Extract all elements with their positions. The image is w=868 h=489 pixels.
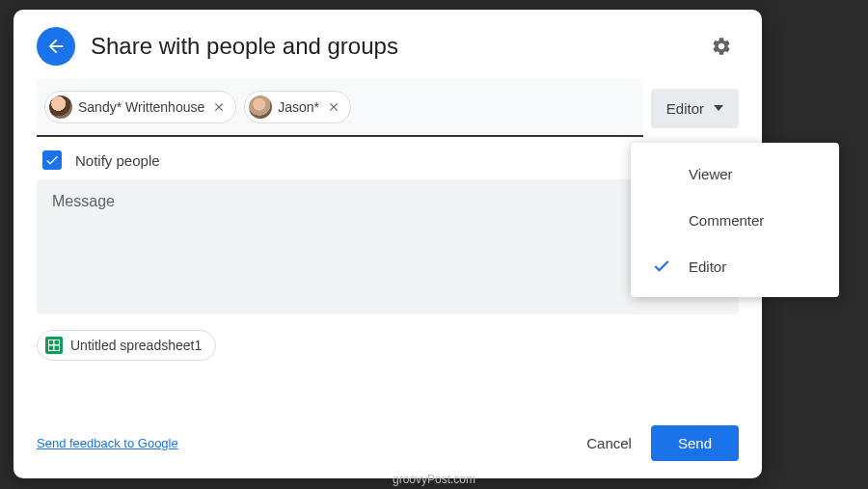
check-icon xyxy=(652,257,671,276)
attachment-chip[interactable]: Untitled spreadsheet1 xyxy=(37,330,216,361)
check-slot xyxy=(652,210,671,230)
remove-chip-button[interactable] xyxy=(210,98,228,116)
notify-label: Notify people xyxy=(75,152,160,169)
person-chip[interactable]: Jason* xyxy=(244,91,351,123)
arrow-left-icon xyxy=(45,36,67,57)
option-label: Viewer xyxy=(689,166,733,182)
person-chip[interactable]: Sandy* Writtenhouse xyxy=(44,91,236,123)
people-row: Sandy* Writtenhouse Jason* Editor xyxy=(14,79,762,137)
gear-icon xyxy=(711,36,732,57)
watermark: groovyPost.com xyxy=(393,473,475,486)
settings-button[interactable] xyxy=(704,29,739,64)
role-option-commenter[interactable]: Commenter xyxy=(631,197,839,243)
check-slot xyxy=(652,164,671,183)
close-icon xyxy=(327,100,340,114)
caret-down-icon xyxy=(714,103,723,113)
attachment-row: Untitled spreadsheet1 xyxy=(14,314,762,368)
cancel-button[interactable]: Cancel xyxy=(567,425,651,461)
sheets-icon xyxy=(45,337,63,354)
remove-chip-button[interactable] xyxy=(325,98,342,116)
close-icon xyxy=(212,100,226,114)
people-input[interactable]: Sandy* Writtenhouse Jason* xyxy=(37,79,643,137)
chip-name: Jason* xyxy=(278,99,319,115)
feedback-link[interactable]: Send feedback to Google xyxy=(37,436,178,450)
role-option-viewer[interactable]: Viewer xyxy=(631,150,839,197)
role-dropdown-menu: Viewer Commenter Editor xyxy=(631,143,839,297)
chip-name: Sandy* Writtenhouse xyxy=(78,99,204,115)
role-label: Editor xyxy=(666,100,704,117)
option-label: Editor xyxy=(689,258,726,275)
check-slot xyxy=(652,257,671,276)
dialog-header: Share with people and groups xyxy=(14,10,762,79)
role-option-editor[interactable]: Editor xyxy=(631,243,839,289)
avatar-icon xyxy=(49,95,72,119)
back-button[interactable] xyxy=(37,27,75,66)
check-icon xyxy=(44,152,60,168)
dialog-title: Share with people and groups xyxy=(91,33,704,60)
role-dropdown-button[interactable]: Editor xyxy=(651,89,739,128)
attachment-name: Untitled spreadsheet1 xyxy=(70,338,202,353)
avatar-icon xyxy=(249,95,272,119)
notify-checkbox[interactable] xyxy=(42,150,62,170)
option-label: Commenter xyxy=(689,212,764,229)
send-button[interactable]: Send xyxy=(651,425,739,461)
dialog-footer: Send feedback to Google Cancel Send xyxy=(14,416,762,478)
message-placeholder: Message xyxy=(52,193,115,209)
